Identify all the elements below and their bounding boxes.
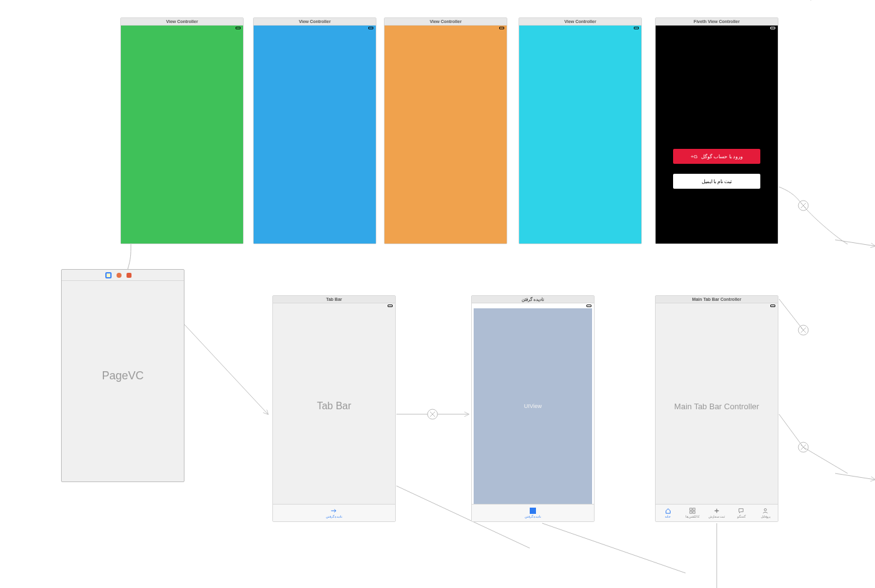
scene-title: View Controller xyxy=(254,18,376,26)
square-icon xyxy=(530,508,536,514)
svg-rect-13 xyxy=(693,508,695,510)
scene-view-controller-orange[interactable]: View Controller xyxy=(384,17,507,244)
tab-item-ignore[interactable]: نادیده گرفتن xyxy=(472,505,594,521)
placeholder-label: Main Tab Bar Controller xyxy=(656,308,778,504)
tab-item-home[interactable]: خانه xyxy=(656,505,680,521)
scene-title: Main Tab Bar Controller xyxy=(656,296,778,303)
scene-fiveth-view-controller[interactable]: Fiveth View Controller ورود با حساب گوگل… xyxy=(655,17,778,244)
tab-item-ignore[interactable]: نادیده گرفتن xyxy=(273,505,395,521)
google-plus-icon: G+ xyxy=(691,154,697,159)
placeholder-label: Tab Bar xyxy=(273,308,395,504)
battery-icon xyxy=(499,27,504,29)
svg-rect-14 xyxy=(690,511,692,513)
svg-line-4 xyxy=(801,203,806,208)
battery-icon xyxy=(586,305,591,307)
battery-icon xyxy=(634,27,639,29)
battery-icon xyxy=(236,27,241,29)
svg-line-7 xyxy=(801,328,806,333)
svg-line-8 xyxy=(801,328,806,333)
tab-item-order[interactable]: ثبت سفارش xyxy=(704,505,729,521)
scene-title: نادیده گرفتن xyxy=(472,296,594,303)
scene-main-tab-bar-controller[interactable]: Main Tab Bar Controller Main Tab Bar Con… xyxy=(655,295,778,522)
scene-title: View Controller xyxy=(519,18,641,26)
scene-title: View Controller xyxy=(385,18,507,26)
scene-view-controller-green[interactable]: View Controller xyxy=(120,17,244,244)
placeholder-label: PageVC xyxy=(62,270,184,481)
svg-point-9 xyxy=(798,442,808,452)
scene-view-controller-cyan[interactable]: View Controller xyxy=(519,17,642,244)
tab-label: گفتگو xyxy=(737,514,745,518)
grid-icon xyxy=(689,508,696,514)
battery-icon xyxy=(770,305,775,307)
scene-ignore[interactable]: نادیده گرفتن UIView نادیده گرفتن xyxy=(471,295,595,522)
tab-bar: خانه کالکشن‌ها ثبت سفارش xyxy=(656,504,778,521)
battery-icon xyxy=(770,27,775,29)
scene-view-controller-blue[interactable]: View Controller xyxy=(253,17,376,244)
svg-line-5 xyxy=(801,203,806,208)
svg-point-16 xyxy=(765,509,767,511)
tab-item-profile[interactable]: پروفایل xyxy=(753,505,778,521)
tab-label: خانه xyxy=(665,514,671,518)
svg-line-11 xyxy=(801,445,806,450)
tab-bar: نادیده گرفتن xyxy=(472,504,594,521)
tab-label: کالکشن‌ها xyxy=(686,514,699,518)
google-signin-button[interactable]: ورود با حساب گوگل G+ xyxy=(673,149,760,164)
scene-title: Fiveth View Controller xyxy=(656,18,778,26)
uiview[interactable]: UIView xyxy=(474,308,592,504)
svg-point-3 xyxy=(798,201,808,211)
scene-pagevc[interactable]: PageVC xyxy=(61,269,184,482)
arrow-right-icon xyxy=(331,508,337,514)
svg-point-0 xyxy=(428,409,438,419)
svg-point-6 xyxy=(798,325,808,335)
tab-item-collections[interactable]: کالکشن‌ها xyxy=(680,505,704,521)
placeholder-label: UIView xyxy=(524,403,542,409)
svg-rect-15 xyxy=(693,511,695,513)
tab-label: نادیده گرفتن xyxy=(525,514,541,518)
svg-line-1 xyxy=(430,412,435,417)
svg-line-10 xyxy=(801,445,806,450)
svg-rect-12 xyxy=(690,508,692,510)
plus-icon xyxy=(714,508,720,514)
scene-tab-bar[interactable]: Tab Bar Tab Bar نادیده گرفتن xyxy=(272,295,396,522)
storyboard-canvas[interactable]: View Controller View Controller View Con… xyxy=(0,0,875,588)
tab-label: نادیده گرفتن xyxy=(326,514,342,518)
google-signin-label: ورود با حساب گوگل xyxy=(701,154,743,159)
chat-icon xyxy=(738,508,744,514)
person-icon xyxy=(762,508,768,514)
battery-icon xyxy=(388,305,393,307)
email-signup-label: ثبت نام با ایمیل xyxy=(702,179,732,184)
scene-title: Tab Bar xyxy=(273,296,395,303)
tab-bar: نادیده گرفتن xyxy=(273,504,395,521)
tab-item-chat[interactable]: گفتگو xyxy=(729,505,753,521)
email-signup-button[interactable]: ثبت نام با ایمیل xyxy=(673,174,760,189)
tab-label: ثبت سفارش xyxy=(709,514,725,518)
scene-title: View Controller xyxy=(121,18,243,26)
svg-line-2 xyxy=(430,412,435,417)
battery-icon xyxy=(368,27,373,29)
home-icon xyxy=(665,508,671,514)
tab-label: پروفایل xyxy=(761,514,770,518)
